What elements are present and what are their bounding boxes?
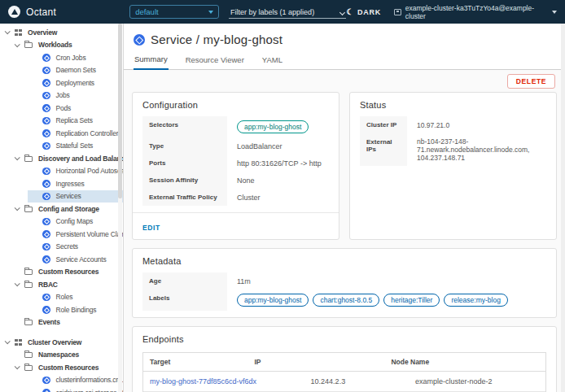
sidebar-item[interactable]: Namespaces xyxy=(0,349,123,362)
context-label: example-cluster-ka3TuTzYo4a@example-clus… xyxy=(405,4,548,20)
k8s-resource-icon xyxy=(42,377,50,385)
sidebar-item[interactable]: Deployments xyxy=(0,76,123,89)
table-header-row: Target IP Node Name xyxy=(143,353,545,372)
k8s-resource-icon xyxy=(42,67,50,75)
label-chip[interactable]: app:my-blog-ghost xyxy=(237,294,309,307)
sidebar-item-label: Custom Resources xyxy=(38,364,99,372)
octant-app: Octant default Filter by labels (1 appli… xyxy=(0,0,565,392)
sidebar-item[interactable]: RBAC xyxy=(0,278,123,291)
chevron-down-icon[interactable] xyxy=(15,364,20,370)
sidebar-item[interactable]: csidrivers.csi.storage.k8s.io xyxy=(0,386,123,392)
chevron-down-icon[interactable] xyxy=(15,206,20,211)
sidebar-item-label: Events xyxy=(38,318,60,326)
namespace-value: default xyxy=(135,7,159,16)
tab[interactable]: Summary xyxy=(134,52,169,70)
sidebar-item[interactable]: Persistent Volume Claims xyxy=(0,228,123,241)
sidebar-item-label: Role Bindings xyxy=(56,306,97,314)
folder-icon xyxy=(24,156,33,162)
sidebar-item[interactable]: Custom Resources xyxy=(0,361,123,374)
chevron-down-icon xyxy=(339,10,345,15)
sidebar-item-label: Cluster Overview xyxy=(28,338,81,346)
k8s-resource-icon xyxy=(42,117,50,125)
k8s-resource-icon xyxy=(42,168,50,176)
sidebar-item[interactable]: Cron Jobs xyxy=(0,51,123,64)
main-scrollbar[interactable] xyxy=(561,24,565,392)
label-chip[interactable]: heritage:Tiller xyxy=(383,294,440,307)
row-value: LoadBalancer xyxy=(227,137,329,155)
label-chip[interactable]: chart:ghost-8.0.5 xyxy=(313,294,379,307)
page-title: Service / my-blog-ghost xyxy=(151,33,282,46)
sidebar-item[interactable]: Replication Controllers xyxy=(0,127,123,140)
sidebar-item[interactable]: Role Bindings xyxy=(0,303,123,316)
row-label: Cluster IP xyxy=(360,116,407,133)
sidebar-item[interactable]: Roles xyxy=(0,291,123,304)
folder-icon xyxy=(24,320,33,325)
sidebar-item-label: RBAC xyxy=(38,281,58,289)
sidebar-item[interactable]: Jobs xyxy=(0,89,123,102)
endpoint-target-link[interactable]: my-blog-ghost-77df85c6cd-vf6dx xyxy=(150,377,256,385)
row-value: 10.97.21.0 xyxy=(407,116,546,133)
row-value: Cluster xyxy=(227,189,329,206)
theme-toggle-button[interactable]: ☾ DARK xyxy=(346,8,381,16)
sidebar-item-label: csidrivers.csi.storage.k8s.io xyxy=(56,389,124,392)
row-value: nb-104-237-148-71.newark.nodebalancer.li… xyxy=(407,133,546,166)
sidebar-item[interactable]: Config Maps xyxy=(0,216,123,229)
delete-button[interactable]: DELETE xyxy=(507,74,555,89)
sidebar-item[interactable]: Events xyxy=(0,316,123,329)
sidebar-item[interactable]: Stateful Sets xyxy=(0,140,123,153)
sidebar-item-label: Daemon Sets xyxy=(56,66,96,74)
label-chip[interactable]: release:my-blog xyxy=(444,294,507,307)
sidebar-item[interactable]: Config and Storage xyxy=(0,203,123,216)
context-selector[interactable]: example-cluster-ka3TuTzYo4a@example-clus… xyxy=(394,4,557,20)
sidebar-tree: Overview Workloads Cron Jobs xyxy=(0,26,123,392)
sidebar-item[interactable]: Pods xyxy=(0,102,123,115)
sidebar-item-label: Secrets xyxy=(56,242,78,250)
applications-icon xyxy=(15,339,22,346)
sidebar-scrollbar[interactable] xyxy=(118,24,122,392)
sidebar-item[interactable]: Discovery and Load Balancing xyxy=(0,152,123,165)
sidebar-item[interactable]: Cluster Overview xyxy=(0,336,123,349)
card-title: Metadata xyxy=(133,249,556,271)
sidebar-item[interactable]: Workloads xyxy=(0,39,123,52)
chevron-down-icon[interactable] xyxy=(5,29,11,35)
sidebar-item[interactable]: Custom Resources xyxy=(0,266,123,279)
chevron-down-icon[interactable] xyxy=(15,155,20,161)
tab[interactable]: Resource Viewer xyxy=(185,52,245,69)
tab-label: YAML xyxy=(262,55,282,64)
label-chips: app:my-blog-ghost chart:ghost-8.0.5 heri… xyxy=(227,290,546,311)
definition-row: Session Affinity None xyxy=(142,172,329,189)
selector-chip[interactable]: app:my-blog-ghost xyxy=(237,120,309,133)
chevron-down-icon[interactable] xyxy=(15,41,20,47)
sidebar-item-label: Service Accounts xyxy=(56,255,107,264)
folder-icon xyxy=(24,269,33,275)
row-label: Age xyxy=(142,272,227,290)
sidebar-item-label: clusterinformations.crd.projec xyxy=(56,376,124,384)
sidebar-item[interactable]: Replica Sets xyxy=(0,115,123,128)
sidebar-item[interactable]: Horizontal Pod Autoscalers xyxy=(0,165,123,178)
sidebar-item[interactable]: Service Accounts xyxy=(0,253,123,266)
octant-logo-icon xyxy=(8,6,20,18)
k8s-resource-icon xyxy=(42,142,50,150)
status-rows: Cluster IP 10.97.21.0 External IPs nb-10… xyxy=(360,116,546,166)
sidebar-item[interactable]: Ingresses xyxy=(0,177,123,190)
sidebar-item[interactable]: Daemon Sets xyxy=(0,64,123,77)
edit-button[interactable]: EDIT xyxy=(142,224,160,232)
folder-icon xyxy=(24,282,33,288)
sidebar-item[interactable]: Overview xyxy=(0,26,123,39)
k8s-resource-icon xyxy=(42,389,50,392)
sidebar-item[interactable]: Services xyxy=(0,190,123,203)
sidebar-item[interactable]: clusterinformations.crd.projec xyxy=(0,374,123,387)
chevron-down-icon[interactable] xyxy=(5,339,11,345)
label-filter-input[interactable]: Filter by labels (1 applied) xyxy=(229,5,346,19)
namespace-select[interactable]: default xyxy=(129,5,219,19)
k8s-resource-icon xyxy=(42,193,50,201)
tab[interactable]: YAML xyxy=(261,52,283,69)
sidebar-item[interactable]: Secrets xyxy=(0,241,123,254)
body-row: Overview Workloads Cron Jobs xyxy=(0,24,565,392)
configuration-rows: Selectors app:my-blog-ghost Type xyxy=(142,116,329,206)
column-header: Node Name xyxy=(384,353,436,371)
sidebar-scrollbar-thumb[interactable] xyxy=(118,24,122,198)
row-label: Labels xyxy=(142,290,227,311)
chevron-down-icon[interactable] xyxy=(15,281,20,287)
table-body: my-blog-ghost-77df85c6cd-vf6dx 10.244.2.… xyxy=(143,372,545,392)
